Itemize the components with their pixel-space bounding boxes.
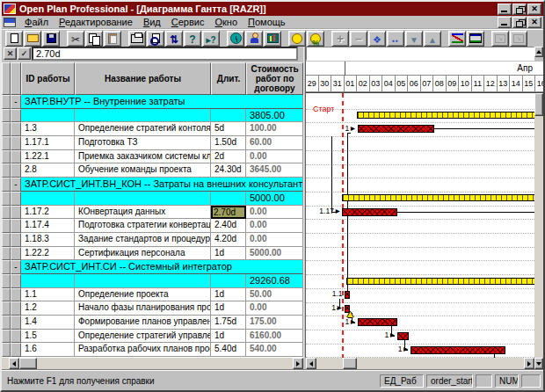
collapse-toggle[interactable]: - [11,260,21,274]
cost-button[interactable] [288,31,306,47]
summary-id-cell[interactable] [21,274,75,288]
activity-name-cell[interactable]: Подготовка ТЗ [75,136,211,150]
activity-name-cell[interactable]: Формирование планов управления [75,316,211,330]
table-hscroll-thumb[interactable] [19,358,37,369]
gantt-task-bar[interactable] [345,291,351,299]
gantt-task-bar[interactable] [358,318,397,326]
gantt-scroll-down-button[interactable] [534,358,543,369]
gantt-summary-bar[interactable] [346,278,540,285]
header-cost[interactable]: Стоимость работ по договору [246,62,303,95]
activity-id-cell[interactable]: 1.22.2 [21,247,75,261]
table-row[interactable]: 1.22.2Сертификация персонала1d5000.00 [2,247,303,261]
activity-cost-cell[interactable]: 3645.00 [246,163,303,178]
activity-name-cell[interactable]: КОнвертация данных [75,206,211,220]
context-help-button[interactable] [202,31,220,47]
exchange-button[interactable] [165,31,183,47]
collapse-button[interactable] [387,31,404,47]
gantt-summary-bar[interactable] [342,194,541,201]
collapse-toggle[interactable]: - [11,178,21,192]
activity-name-cell[interactable]: Определение проекта [75,288,211,302]
time-analysis-button[interactable] [227,31,244,47]
group-header-row[interactable]: -ЗАТР.ВНУТР -- Внутренние затраты [2,95,303,109]
group-header-row[interactable]: -ЗАТР.СИСТ_ИНТ.ВН_КОН -- Затраты на внеш… [2,178,303,192]
gantt-scroll-up-button[interactable] [534,47,543,57]
print-preview-button[interactable] [147,31,164,47]
child-close-button[interactable] [527,17,541,28]
table-row[interactable]: 1.18.3Задание стандартов и процедур по д… [2,233,303,247]
cut-button[interactable] [67,31,84,47]
child-restore-button[interactable] [512,17,527,28]
table-scroll-left-button[interactable] [9,358,19,369]
help-button[interactable] [184,31,201,47]
document-icon[interactable] [4,18,16,27]
activity-cost-cell[interactable]: 0.00 [246,233,303,247]
gantt-task-bar[interactable] [411,346,505,354]
move-up-button[interactable] [424,31,441,47]
activity-name-cell[interactable]: Разработка рабочих планов проекта [75,343,211,357]
activity-name-cell[interactable]: Задание стандартов и процедур по д [75,233,211,247]
resources-button[interactable] [245,31,263,47]
activity-cost-cell[interactable]: 0.00 [246,150,303,164]
activity-duration-cell[interactable]: 1.50d [211,136,246,150]
gantt-task-bar[interactable] [358,125,435,133]
activity-cost-cell[interactable]: 0.00 [246,301,303,316]
activity-name-cell[interactable]: Обучение команды проекта [75,163,211,178]
activity-duration-cell[interactable]: 1d [211,330,246,344]
menu-item-1[interactable]: Редактирование [54,17,138,27]
activity-duration-cell[interactable]: 1d [211,247,246,261]
move-down-button[interactable] [405,31,423,47]
activity-cost-cell[interactable]: 175.00 [246,316,303,330]
add-button[interactable] [331,31,349,47]
remove-button[interactable] [350,31,367,47]
activity-id-cell[interactable]: 1.5 [21,330,75,344]
copy-button[interactable] [85,31,103,47]
summary-name-cell[interactable] [75,274,211,288]
summary-cost-cell[interactable]: 29260.68 [246,274,303,288]
activity-id-cell[interactable]: 1.22.1 [21,150,75,164]
summary-duration-cell[interactable] [211,274,246,288]
activity-id-cell[interactable]: 1.17.2 [21,206,75,220]
activity-duration-cell[interactable]: 2d [211,150,246,164]
cell-edit-input[interactable] [32,47,298,61]
paste-button[interactable] [104,31,121,47]
gantt-vscroll-thumb[interactable] [534,93,543,116]
table-row[interactable]: 1.2Начало фазы планирования проекта1d0.0… [2,301,303,316]
save-button[interactable] [42,31,60,47]
header-name[interactable]: Название работы [75,62,211,95]
header-id[interactable]: ID работы [21,62,75,95]
restore-button[interactable] [512,4,527,15]
links-button[interactable] [448,31,466,47]
activity-duration-cell[interactable]: 2.40d [211,219,246,233]
table-row[interactable]: 1.17.4Подготовка стратегии конвертации2.… [2,219,303,233]
table-row[interactable]: 1.5Определение стратегий управления р1d6… [2,330,303,344]
menu-item-4[interactable]: Окно [209,17,243,27]
table-row[interactable]: 1.17.2КОнвертация данных2.70d0.00 [2,206,303,220]
summary-duration-cell[interactable] [211,109,246,123]
summary-row[interactable]: 29260.68 [2,274,303,288]
activity-cost-cell[interactable]: 540.00 [246,343,303,357]
open-button[interactable] [24,31,41,47]
activity-id-cell[interactable]: 1.17.1 [21,136,75,150]
collapse-toggle[interactable]: - [11,95,21,109]
activity-id-cell[interactable]: 1.3 [21,122,75,136]
activity-duration-cell[interactable]: 2.70d [211,206,246,220]
window-cascade-button[interactable] [491,31,509,47]
menu-item-2[interactable]: Вид [138,17,166,27]
gantt-task-bar[interactable] [397,332,410,340]
minimize-button[interactable] [498,4,512,15]
activity-id-cell[interactable]: 1.1 [21,288,75,302]
new-button[interactable] [5,31,23,47]
activity-name-cell[interactable]: Определение стратегий управления р [75,330,211,344]
table-hscrollbar[interactable] [2,358,303,369]
activity-cost-cell[interactable]: 6160.00 [246,330,303,344]
table-row[interactable]: 1.3Определение стратегий контоля и отч5d… [2,122,303,136]
activity-cost-cell[interactable]: 0.00 [246,219,303,233]
activity-name-cell[interactable]: Определение стратегий контоля и отч [75,122,211,136]
print-button[interactable] [128,31,146,47]
activity-id-cell[interactable]: 1.6 [21,343,75,357]
activity-id-cell[interactable]: 1.4 [21,316,75,330]
summary-name-cell[interactable] [75,192,211,206]
activity-duration-cell[interactable]: 24.30d [211,163,246,178]
activity-name-cell[interactable]: Начало фазы планирования проекта [75,301,211,316]
summary-id-cell[interactable] [21,192,75,206]
